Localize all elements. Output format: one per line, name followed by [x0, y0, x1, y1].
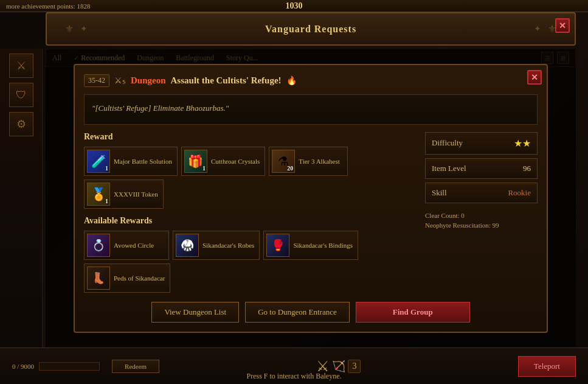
reward-name-4: XXXVIII Token: [114, 190, 158, 198]
help-text-content: Press F to interact with Baleyne.: [247, 372, 342, 380]
item-level-box: Item Level 96: [425, 158, 538, 179]
quest-type: Dungeon: [131, 75, 166, 86]
side-item-1[interactable]: ⚔: [9, 54, 33, 78]
char-icon3: 3: [348, 360, 361, 373]
reward-icon-glyph-4: 🏅: [91, 187, 106, 201]
reward-name-3: Tier 3 Alkahest: [299, 158, 339, 165]
avail-glyph-1: 💍: [92, 239, 105, 252]
extra-info: Clear Count: 0 Neophyte Resuscitation: 9…: [425, 207, 538, 231]
skill-label: Skill: [432, 188, 447, 198]
header-deco-left2: ✦: [80, 24, 88, 34]
quest-description-box: "[Cultists' Refuge] Eliminate Bhaozurbas…: [84, 94, 538, 125]
left-side-panel: ⚔ 🛡 ⚙: [0, 49, 43, 347]
avail-item-4: 👢 Peds of Sikandacar: [84, 264, 170, 293]
modal-backdrop: ✕ 35-42 ⚔₅ Dungeon Assault the Cultists'…: [46, 49, 576, 347]
go-to-dungeon-button[interactable]: Go to Dungeon Entrance: [245, 302, 350, 323]
avail-icon-1: 💍: [87, 234, 110, 257]
quest-description: "[Cultists' Refuge] Eliminate Bhaozurbas…: [92, 103, 229, 113]
redeem-button[interactable]: Redeem: [112, 360, 159, 373]
progress-bar: [39, 362, 100, 371]
avail-icon-3: 🥊: [266, 234, 289, 257]
rewards-title: Reward: [84, 132, 418, 142]
reward-count-4: 1: [105, 198, 108, 204]
available-rewards-title: Available Rewards: [84, 216, 418, 226]
view-dungeon-list-button[interactable]: View Dungeon List: [151, 302, 239, 323]
avail-name-1: Avowed Circle: [114, 242, 154, 249]
avail-name-4: Peds of Sikandacar: [114, 274, 165, 282]
available-rewards-grid: 💍 Avowed Circle 🥋 Sikandacar's Robes: [84, 231, 418, 293]
find-group-button[interactable]: Find Group: [356, 302, 470, 323]
achievement-text: more achievement points: 1828: [6, 2, 90, 10]
progress-container: 0 / 9000: [12, 362, 100, 371]
avail-glyph-3: 🥊: [271, 239, 285, 252]
reward-icon-2: 🎁 1: [184, 150, 207, 173]
header-deco-left: ⚜: [65, 23, 74, 35]
char-icon2: 🏹: [332, 360, 345, 373]
neophyte-info: Neophyte Resuscitation: 99: [425, 222, 538, 229]
difficulty-stars: ★★: [514, 138, 531, 149]
reward-item-4: 🏅 1 XXXVIII Token: [84, 180, 164, 209]
avail-item-2: 🥋 Sikandacar's Robes: [173, 231, 260, 260]
reward-name-1: Major Battle Solution: [114, 158, 172, 165]
vanguard-title: Vanguard Requests: [265, 24, 356, 35]
skill-value: Rookie: [508, 188, 531, 198]
reward-item-2: 🎁 1 Cutthroat Crystals: [181, 147, 265, 176]
reward-count-3: 20: [287, 165, 293, 172]
progress-label: 0 / 9000: [12, 363, 34, 370]
help-text: Press F to interact with Baleyne.: [0, 372, 588, 381]
reward-count-1: 1: [105, 165, 108, 172]
quest-modal: ✕ 35-42 ⚔₅ Dungeon Assault the Cultists'…: [74, 64, 548, 333]
avail-icon-2: 🥋: [176, 234, 199, 257]
quest-title-row: 35-42 ⚔₅ Dungeon Assault the Cultists' R…: [84, 74, 538, 87]
reward-item-1: 🧪 1 Major Battle Solution: [84, 147, 178, 176]
action-buttons: View Dungeon List Go to Dungeon Entrance…: [84, 302, 538, 323]
content-layout: Reward 🧪 1 Major Battle Solution 🎁: [84, 132, 538, 293]
reward-name-2: Cutthroat Crystals: [211, 158, 260, 165]
avail-name-3: Sikandacar's Bindings: [293, 242, 353, 249]
reward-icon-4: 🏅 1: [87, 183, 110, 206]
reward-icon-glyph-1: 🧪: [91, 154, 106, 169]
reward-icon-1: 🧪 1: [87, 150, 110, 173]
header-deco-right: ✦: [534, 24, 541, 34]
quest-fire-icon: 🔥: [286, 75, 297, 86]
top-bar: more achievement points: 1828 1030: [0, 0, 588, 12]
difficulty-label: Difficulty: [432, 138, 463, 148]
avail-name-2: Sikandacar's Robes: [202, 242, 254, 249]
side-item-3[interactable]: ⚙: [9, 112, 33, 136]
center-number: 1030: [286, 1, 303, 11]
avail-icon-4: 👢: [87, 267, 110, 290]
reward-item-3: ⚗ 20 Tier 3 Alkahest: [269, 147, 348, 176]
avail-item-1: 💍 Avowed Circle: [84, 231, 169, 260]
side-item-2[interactable]: 🛡: [9, 83, 33, 107]
right-panel: Difficulty ★★ Item Level 96 Skill Rookie…: [425, 132, 538, 293]
difficulty-box: Difficulty ★★: [425, 132, 538, 155]
clear-count: Clear Count: 0: [425, 212, 538, 219]
level-badge: 35-42: [84, 74, 109, 87]
quest-name: Assault the Cultists' Refuge!: [171, 75, 282, 86]
players-icon: ⚔₅: [114, 75, 126, 86]
skill-box: Skill Rookie: [425, 183, 538, 203]
rewards-grid: 🧪 1 Major Battle Solution 🎁 1 Cutthroat …: [84, 147, 418, 209]
reward-icon-glyph-2: 🎁: [188, 154, 203, 169]
avail-glyph-4: 👢: [92, 271, 105, 285]
modal-close-button[interactable]: ✕: [527, 70, 542, 85]
left-panel: Reward 🧪 1 Major Battle Solution 🎁: [84, 132, 418, 293]
avail-glyph-2: 🥋: [181, 239, 194, 252]
item-level-label: Item Level: [432, 164, 466, 173]
item-level-value: 96: [523, 164, 531, 173]
vanguard-header: ⚜ ✦ Vanguard Requests ✦ ⚜ ✕: [46, 12, 576, 46]
main-close-button[interactable]: ✕: [555, 18, 570, 33]
reward-count-2: 1: [202, 165, 206, 172]
avail-item-3: 🥊 Sikandacar's Bindings: [263, 231, 358, 260]
reward-icon-3: ⚗ 20: [272, 150, 295, 173]
